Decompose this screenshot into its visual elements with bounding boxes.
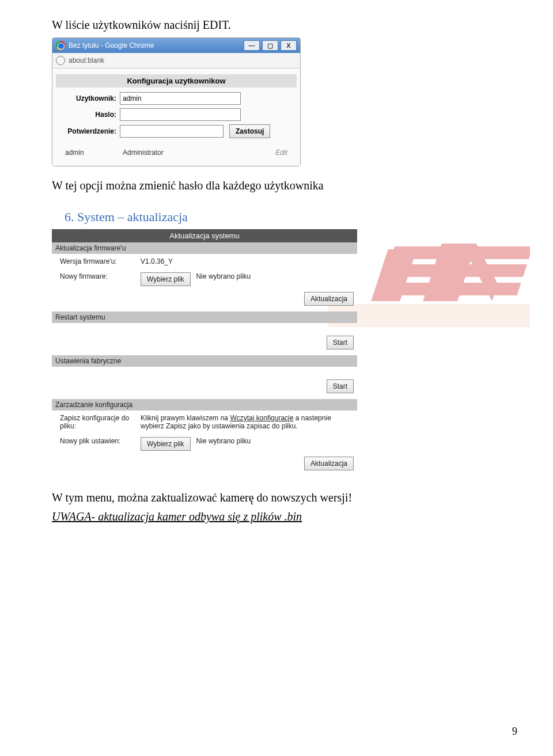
firmware-header: Aktualizacja firmware'u bbox=[52, 242, 357, 254]
save-config-label: Zapisz konfiguracje do pliku: bbox=[60, 414, 135, 430]
window-minimize-button[interactable]: — bbox=[244, 40, 260, 51]
fw-new-label: Nowy firmware: bbox=[60, 272, 135, 280]
factory-header: Ustawienia fabryczne bbox=[52, 355, 357, 367]
password-input[interactable] bbox=[120, 108, 241, 121]
edit-link[interactable]: Edit bbox=[275, 149, 287, 157]
watermark-logo bbox=[328, 235, 530, 339]
restart-header: Restart systemu bbox=[52, 311, 357, 323]
user-list-row: admin Administrator Edit bbox=[56, 149, 297, 160]
new-config-label: Nowy plik ustawien: bbox=[60, 437, 135, 445]
choose-file-button[interactable]: Wybierz plik bbox=[141, 272, 191, 286]
user-label: Uzytkownik: bbox=[56, 94, 120, 102]
note-text: UWAGA- aktualizacja kamer odbywa się z p… bbox=[52, 510, 501, 523]
window-titlebar: Bez tytułu - Google Chrome — ▢ X bbox=[52, 38, 300, 53]
user-cell: admin bbox=[65, 149, 123, 157]
page-number: 9 bbox=[512, 725, 517, 738]
config-header: Zarzadzanie konfiguracja bbox=[52, 399, 357, 411]
save-config-instructions: Kliknij prawym klawiszem na Wczytaj konf… bbox=[141, 414, 354, 430]
svg-rect-3 bbox=[371, 249, 416, 301]
after-window-text: W tej opcji można zmienić hasło dla każd… bbox=[52, 179, 501, 192]
factory-start-button[interactable]: Start bbox=[327, 379, 354, 393]
system-update-title: Aktualizacja systemu bbox=[52, 229, 357, 242]
fw-version-value: V1.0.36_Y bbox=[141, 257, 173, 265]
svg-rect-1 bbox=[385, 264, 527, 277]
fw-version-label: Wersja firmware'u: bbox=[60, 257, 135, 265]
window-close-button[interactable]: X bbox=[281, 40, 297, 51]
user-input[interactable] bbox=[120, 92, 241, 105]
svg-rect-2 bbox=[379, 283, 521, 295]
panel-title: Konfiguracja uzytkownikow bbox=[56, 74, 297, 88]
user-config-panel: Konfiguracja uzytkownikow Uzytkownik: Ha… bbox=[52, 69, 300, 166]
globe-icon bbox=[56, 56, 65, 65]
chrome-window: Bez tytułu - Google Chrome — ▢ X about:b… bbox=[52, 37, 301, 166]
role-cell: Administrator bbox=[123, 149, 192, 157]
update-config-button[interactable]: Aktualizacja bbox=[304, 457, 354, 470]
summary-text: W tym menu, można zaktualizować kamerę d… bbox=[52, 491, 501, 504]
choose-config-file-button[interactable]: Wybierz plik bbox=[141, 437, 191, 451]
svg-rect-0 bbox=[391, 246, 530, 259]
address-bar: about:blank bbox=[52, 53, 300, 69]
no-file-text: Nie wybrano pliku bbox=[196, 272, 251, 280]
section-heading-6: 6. System – aktualizacja bbox=[52, 210, 501, 225]
chrome-icon bbox=[56, 41, 65, 50]
url-text[interactable]: about:blank bbox=[69, 56, 104, 64]
system-update-panel: Aktualizacja systemu Aktualizacja firmwa… bbox=[52, 229, 357, 476]
save-config-txt1: Kliknij prawym klawiszem na bbox=[141, 414, 230, 422]
load-config-link[interactable]: Wczytaj konfiguracje bbox=[230, 414, 293, 422]
confirm-label: Potwierdzenie: bbox=[56, 127, 120, 135]
svg-rect-4 bbox=[328, 304, 530, 327]
password-label: Haslo: bbox=[56, 111, 120, 119]
no-config-file-text: Nie wybrano pliku bbox=[196, 437, 251, 445]
confirm-input[interactable] bbox=[120, 125, 224, 138]
restart-start-button[interactable]: Start bbox=[327, 336, 354, 349]
window-title: Bez tytułu - Google Chrome bbox=[69, 41, 154, 50]
update-firmware-button[interactable]: Aktualizacja bbox=[304, 292, 354, 306]
intro-text: W liście użytkowników naciśnij EDIT. bbox=[52, 18, 501, 32]
window-maximize-button[interactable]: ▢ bbox=[262, 40, 278, 51]
apply-button[interactable]: Zastosuj bbox=[229, 124, 270, 138]
